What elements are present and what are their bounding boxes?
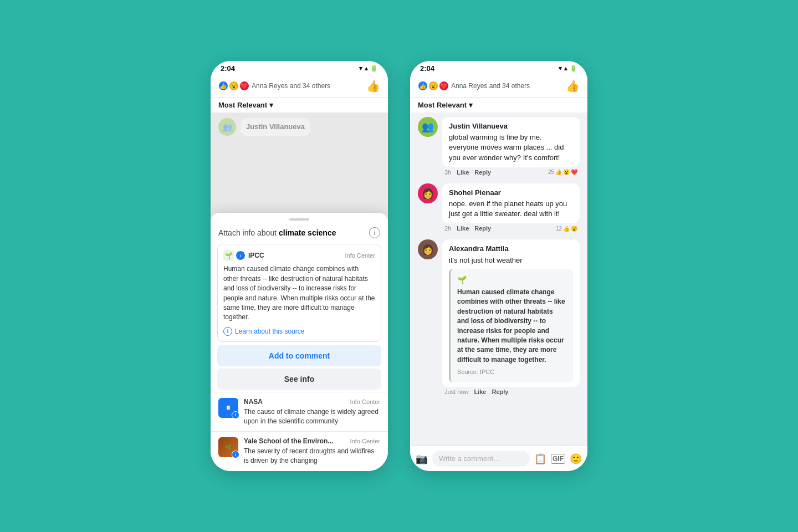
wifi-icon: ▾ — [359, 65, 362, 72]
sheet-title: Attach info about climate science — [218, 228, 336, 237]
yale-card-text: The severity of recent droughts and wild… — [244, 447, 380, 466]
comment-text-shohei: nope. even if the planet heats up you ju… — [449, 200, 567, 218]
sticker-icon[interactable]: 📋 — [534, 453, 546, 465]
comment-reactions-shohei: 12 👍 😮 — [556, 226, 577, 232]
right-reactions-bar: 👍 😮 ❤️ Anna Reyes and 34 others 👍 — [410, 75, 587, 98]
left-reactions-bar: 👍 😮 ❤️ Anna Reyes and 34 others 👍 — [211, 75, 388, 98]
wow-react-justin: 😮 — [563, 169, 570, 175]
left-wow-emoji: 😮 — [229, 81, 239, 91]
reply-action-justin[interactable]: Reply — [474, 169, 491, 176]
ipcc-label: IPCC — [248, 252, 264, 259]
ipcc-card-header: 🌱 i IPCC Info Center — [223, 250, 375, 261]
nasa-card-text: The cause of climate change is widely ag… — [244, 407, 380, 426]
like-react-shohei: 👍 — [563, 226, 570, 232]
ipcc-info-card: 🌱 i IPCC Info Center Human caused climat… — [217, 244, 381, 341]
see-info-button[interactable]: See info — [217, 369, 381, 390]
nasa-card: 📋 i NASA Info Center The cause of climat… — [211, 392, 388, 432]
bottom-sheet: Attach info about climate science i 🌱 i … — [211, 213, 388, 471]
emoji-icon[interactable]: 🙂 — [570, 453, 582, 465]
left-reactions-left: 👍 😮 ❤️ Anna Reyes and 34 others — [218, 81, 330, 91]
quote-source: Source: IPCC — [457, 368, 566, 377]
dimmed-bubble: Justin Villanueva — [241, 118, 310, 136]
reply-action-alexandra[interactable]: Reply — [492, 388, 508, 395]
right-chevron-down-icon: ▾ — [469, 101, 473, 109]
left-comments-area: 👥 Justin Villanueva Attach info about cl… — [211, 112, 388, 471]
left-phone: 2:04 ▾ ▴ 🔋 👍 😮 ❤️ Anna Reyes and 34 othe… — [211, 61, 388, 471]
avatar-shohei: 👩 — [418, 183, 438, 203]
dimmed-author: Justin Villanueva — [246, 122, 305, 131]
comment-input-bar: 📷 Write a comment... 📋 GIF 🙂 — [410, 446, 587, 471]
left-time: 2:04 — [221, 64, 235, 73]
comment-bubble-shohei: Shohei Pienaar nope. even if the planet … — [442, 183, 580, 224]
add-to-comment-button[interactable]: Add to comment — [217, 345, 381, 366]
comment-item-shohei: 👩 Shohei Pienaar nope. even if the plane… — [418, 183, 580, 232]
ipcc-source: 🌱 i IPCC — [223, 250, 264, 261]
yale-verified-dot: i — [232, 451, 239, 458]
right-most-relevant[interactable]: Most Relevant ▾ — [410, 98, 587, 112]
comment-meta-alexandra: Just now Like Reply — [442, 387, 580, 395]
left-status-bar: 2:04 ▾ ▴ 🔋 — [211, 61, 388, 75]
left-like-emoji: 👍 — [218, 81, 228, 91]
comment-reactions-count-justin: 25 — [548, 169, 554, 175]
yale-card-header: Yale School of the Environ... Info Cente… — [244, 437, 380, 445]
nasa-card-content: NASA Info Center The cause of climate ch… — [244, 398, 380, 426]
right-status-bar: 2:04 ▾ ▴ 🔋 — [410, 61, 587, 75]
yale-card-content: Yale School of the Environ... Info Cente… — [244, 437, 380, 466]
right-like-emoji: 👍 — [418, 81, 428, 91]
comment-time-shohei: 2h — [444, 225, 451, 232]
comment-time-justin: 3h — [444, 169, 451, 176]
right-wow-emoji: 😮 — [428, 81, 438, 91]
camera-icon[interactable]: 📷 — [416, 453, 428, 465]
quote-text: Human caused climate change combines wit… — [457, 288, 566, 365]
left-like-icon[interactable]: 👍 — [366, 79, 380, 93]
comment-reactions-count-shohei: 12 — [556, 226, 562, 232]
left-reactions-label: Anna Reyes and 34 others — [252, 82, 330, 90]
like-react-justin: 👍 — [555, 169, 562, 175]
yale-info-center-label: Info Center — [350, 438, 380, 444]
sheet-info-icon[interactable]: i — [369, 227, 380, 238]
dimmed-avatar: 👥 — [218, 118, 236, 136]
right-reactions-label: Anna Reyes and 34 others — [451, 82, 530, 90]
left-most-relevant[interactable]: Most Relevant ▾ — [211, 98, 388, 112]
quote-leaf-icon: 🌱 — [457, 274, 566, 285]
right-time: 2:04 — [420, 64, 434, 73]
comment-item-alexandra: 👩 Alexandra Mattila it's not just hot we… — [418, 239, 580, 395]
like-action-alexandra[interactable]: Like — [474, 388, 486, 395]
yale-source: Yale School of the Environ... — [244, 437, 333, 445]
sheet-header: Attach info about climate science i — [211, 227, 388, 244]
ipcc-info-center-label: Info Center — [345, 252, 375, 259]
comment-content-justin: Justin Villanueva global warming is fine… — [442, 117, 580, 176]
comment-author-alexandra: Alexandra Mattila — [449, 244, 573, 254]
left-heart-emoji: ❤️ — [239, 81, 249, 91]
signal-icon: ▴ — [365, 65, 368, 72]
like-action-justin[interactable]: Like — [457, 169, 469, 176]
nasa-source: NASA — [244, 398, 263, 406]
ipcc-card-text: Human caused climate change combines wit… — [223, 264, 375, 322]
like-action-shohei[interactable]: Like — [457, 225, 469, 232]
right-reactions-left: 👍 😮 ❤️ Anna Reyes and 34 others — [418, 81, 530, 91]
right-battery-icon: 🔋 — [570, 65, 577, 72]
comment-bubble-justin: Justin Villanueva global warming is fine… — [442, 117, 580, 167]
comment-text-justin: global warming is fine by me. everyone m… — [449, 133, 564, 161]
comment-text-alexandra: it's not just hot weather — [449, 256, 523, 264]
gif-icon[interactable]: GIF — [551, 454, 565, 464]
left-reaction-emojis: 👍 😮 ❤️ — [218, 81, 249, 91]
reply-action-shohei[interactable]: Reply — [474, 225, 491, 232]
comment-item-justin: 👥 Justin Villanueva global warming is fi… — [418, 117, 580, 176]
chevron-down-icon: ▾ — [269, 101, 273, 109]
right-like-icon[interactable]: 👍 — [566, 79, 580, 93]
comment-author-justin: Justin Villanueva — [449, 121, 573, 131]
learn-info-icon: i — [223, 327, 232, 336]
nasa-card-header: NASA Info Center — [244, 398, 380, 406]
comment-reactions-justin: 25 👍 😮 ❤️ — [548, 169, 577, 175]
comment-input-field[interactable]: Write a comment... — [432, 451, 530, 467]
ipcc-fb-dot: i — [236, 251, 245, 260]
avatar-justin: 👥 — [418, 117, 438, 137]
comment-content-shohei: Shohei Pienaar nope. even if the planet … — [442, 183, 580, 232]
battery-icon: 🔋 — [370, 65, 378, 72]
comment-placeholder: Write a comment... — [439, 454, 499, 463]
yale-icon-wrap: 🌿 i — [218, 437, 238, 457]
yale-card: 🌿 i Yale School of the Environ... Info C… — [211, 431, 388, 471]
right-reaction-emojis: 👍 😮 ❤️ — [418, 81, 449, 91]
learn-source-link[interactable]: i Learn about this source — [223, 327, 375, 336]
